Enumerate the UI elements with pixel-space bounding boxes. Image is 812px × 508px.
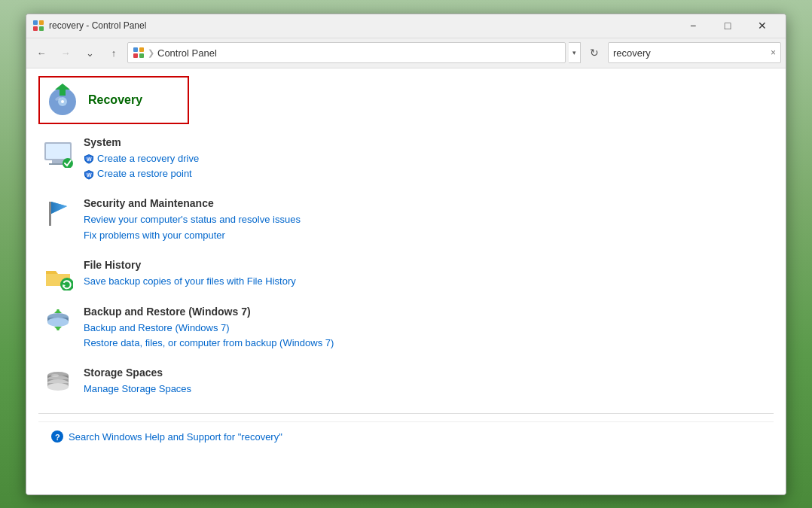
security-link-1[interactable]: Review your computer's status and resolv…	[84, 212, 301, 228]
file-history-icon	[43, 260, 73, 291]
shield-icon-1: W	[84, 154, 94, 164]
svg-point-26	[47, 318, 69, 327]
security-icon	[43, 199, 73, 229]
security-link-2[interactable]: Fix problems with your computer	[84, 228, 301, 244]
svg-point-36	[51, 374, 59, 377]
storage-spaces-section: Storage Spaces Manage Storage Spaces	[38, 367, 774, 398]
close-button[interactable]: ✕	[745, 14, 780, 38]
svg-text:W: W	[87, 172, 92, 178]
content-area: Recovery System	[26, 68, 786, 494]
security-section: Security and Maintenance Review your com…	[38, 197, 774, 244]
address-dropdown[interactable]: ▾	[569, 42, 581, 63]
minimize-button[interactable]: −	[676, 14, 710, 38]
svg-point-35	[47, 383, 69, 391]
title-bar-buttons: − □ ✕	[676, 14, 780, 38]
title-bar-icon	[32, 20, 44, 32]
system-icon	[43, 138, 73, 168]
storage-spaces-content: Storage Spaces Manage Storage Spaces	[84, 367, 191, 397]
system-content: System W Create a recovery drive W	[84, 136, 199, 183]
svg-rect-0	[33, 20, 38, 25]
security-content: Security and Maintenance Review your com…	[84, 197, 301, 244]
search-clear-button[interactable]: ×	[771, 47, 776, 58]
svg-text:?: ?	[55, 433, 60, 442]
backup-restore-icon	[43, 307, 73, 337]
recovery-item[interactable]: Recovery	[38, 76, 189, 124]
svg-rect-19	[49, 202, 51, 226]
storage-spaces-link-1[interactable]: Manage Storage Spaces	[84, 382, 191, 397]
file-history-content: File History Save backup copies of your …	[84, 259, 296, 290]
help-footer[interactable]: ? Search Windows Help and Support for "r…	[38, 421, 774, 451]
system-link-2[interactable]: W Create a restore point	[84, 166, 199, 182]
up-button[interactable]: ↑	[103, 42, 124, 63]
system-link-1[interactable]: W Create a recovery drive	[84, 151, 199, 167]
backup-restore-link-2[interactable]: Restore data, files, or computer from ba…	[84, 336, 334, 351]
back-button[interactable]: ←	[31, 42, 52, 63]
recent-button[interactable]: ⌄	[79, 42, 100, 63]
recovery-title: Recovery	[88, 93, 142, 107]
address-separator: ❯	[148, 48, 154, 58]
main-window: recovery - Control Panel − □ ✕ ← → ⌄ ↑ ❯…	[26, 14, 786, 495]
svg-rect-6	[133, 53, 138, 58]
backup-restore-section: Backup and Restore (Windows 7) Backup an…	[38, 306, 774, 352]
svg-rect-3	[39, 26, 44, 31]
recovery-icon	[44, 82, 81, 118]
svg-point-10	[61, 100, 64, 103]
title-bar-text: recovery - Control Panel	[49, 20, 676, 31]
title-bar: recovery - Control Panel − □ ✕	[26, 14, 786, 38]
refresh-button[interactable]: ↻	[584, 42, 605, 63]
shield-icon-2: W	[84, 169, 94, 180]
svg-marker-21	[51, 202, 67, 214]
address-path-cp-icon	[133, 47, 145, 59]
svg-rect-5	[139, 47, 144, 52]
file-history-link-1[interactable]: Save backup copies of your files with Fi…	[84, 274, 296, 290]
address-bar: ← → ⌄ ↑ ❯ Control Panel ▾ ↻ ×	[26, 38, 786, 68]
backup-restore-content: Backup and Restore (Windows 7) Backup an…	[84, 306, 334, 352]
storage-spaces-title: Storage Spaces	[84, 367, 191, 379]
svg-rect-7	[139, 53, 144, 58]
address-path[interactable]: ❯ Control Panel	[127, 42, 566, 63]
restore-button[interactable]: □	[710, 14, 745, 38]
file-history-title: File History	[84, 259, 296, 271]
divider	[38, 413, 774, 414]
svg-rect-4	[133, 47, 138, 52]
help-icon: ?	[50, 430, 64, 443]
svg-rect-2	[33, 26, 38, 31]
search-input[interactable]	[613, 47, 768, 59]
svg-rect-13	[46, 144, 70, 159]
svg-rect-14	[52, 160, 64, 163]
forward-button[interactable]: →	[55, 42, 76, 63]
search-box: ×	[608, 42, 781, 63]
svg-rect-1	[39, 20, 44, 25]
help-footer-text: Search Windows Help and Support for "rec…	[69, 431, 282, 443]
system-section: System W Create a recovery drive W	[38, 136, 774, 183]
svg-text:W: W	[87, 157, 92, 162]
backup-restore-title: Backup and Restore (Windows 7)	[84, 306, 334, 318]
security-title: Security and Maintenance	[84, 197, 301, 209]
system-title: System	[84, 136, 199, 148]
storage-spaces-icon	[43, 368, 73, 398]
backup-restore-link-1[interactable]: Backup and Restore (Windows 7)	[84, 321, 334, 336]
file-history-section: File History Save backup copies of your …	[38, 259, 774, 291]
address-path-text: Control Panel	[157, 47, 217, 59]
